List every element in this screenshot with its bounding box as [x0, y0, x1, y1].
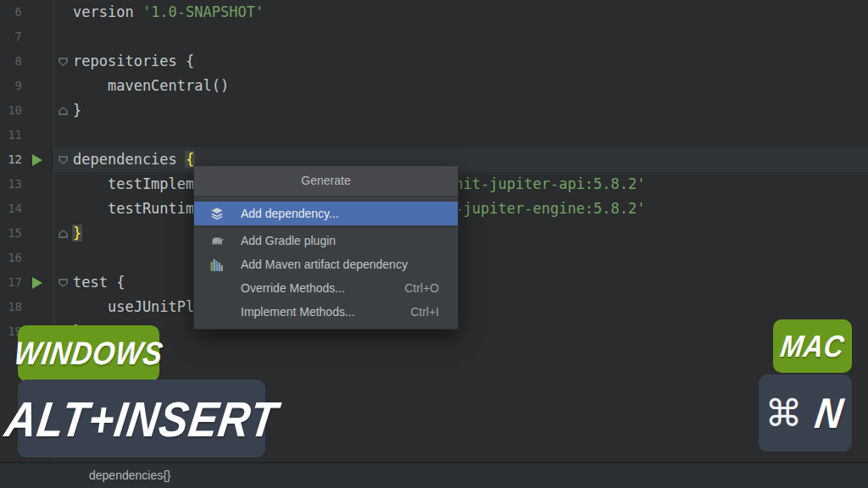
code-token: }	[72, 225, 82, 241]
windows-badge: WINDOWS	[18, 325, 159, 381]
line-number: 10	[0, 98, 22, 123]
menu-item-shortcut: Ctrl+I	[410, 305, 439, 319]
fold-collapsed-icon[interactable]	[58, 230, 68, 238]
code-token: mavenCentral()	[73, 77, 229, 94]
fold-expanded-icon[interactable]	[58, 156, 68, 164]
line-number: 6	[0, 0, 22, 25]
code-token: '1.0-SNAPSHOT'	[142, 3, 264, 20]
icon-spacer	[210, 281, 224, 295]
code-text[interactable]: version '1.0-SNAPSHOT'	[73, 0, 264, 25]
generate-popup: Generate Add dependency...Add Gradle plu…	[193, 165, 459, 330]
line-number: 11	[0, 123, 22, 147]
code-line-7[interactable]: 7	[0, 25, 868, 49]
code-text[interactable]: mavenCentral()	[73, 74, 229, 98]
code-text[interactable]: test {	[73, 270, 125, 295]
menu-item-label: Add dependency...	[241, 207, 339, 220]
code-line-10[interactable]: 10}	[0, 98, 868, 123]
line-number: 8	[0, 49, 22, 74]
menu-item-add-dependency[interactable]: Add dependency...	[194, 202, 458, 225]
line-number: 7	[0, 25, 22, 49]
fold-collapsed-icon[interactable]	[58, 107, 68, 115]
code-text[interactable]: dependencies {	[73, 147, 194, 172]
breadcrumb-item[interactable]: dependencies{}	[89, 463, 171, 488]
code-line-8[interactable]: 8repositories {	[0, 49, 868, 74]
run-gutter-icon[interactable]	[32, 154, 42, 166]
ide-window: 6version '1.0-SNAPSHOT'78repositories {9…	[0, 0, 868, 488]
layers-icon	[210, 207, 224, 220]
menu-item-label: Implement Methods...	[241, 305, 355, 319]
run-gutter-icon[interactable]	[32, 277, 42, 289]
popup-title: Generate	[194, 166, 458, 197]
icon-spacer	[210, 305, 224, 319]
mac-shortcut-key: N	[813, 389, 848, 438]
code-token: version	[73, 3, 142, 20]
breadcrumbs-bar: dependencies{}	[0, 462, 868, 488]
menu-item-shortcut: Ctrl+O	[404, 281, 439, 295]
code-token: repositories {	[73, 53, 194, 69]
menu-item-label: Add Maven artifact dependency	[241, 258, 408, 271]
menu-separator	[194, 225, 458, 229]
code-token: test {	[73, 274, 125, 291]
line-number: 15	[0, 221, 22, 246]
line-number: 17	[0, 270, 22, 295]
windows-shortcut-label: ALT+INSERT	[2, 391, 281, 447]
code-line-11[interactable]: 11	[0, 123, 868, 147]
code-text[interactable]: repositories {	[73, 49, 194, 74]
maven-icon	[210, 258, 224, 271]
line-number: 13	[0, 172, 22, 197]
line-number: 18	[0, 295, 22, 319]
menu-item-label: Add Gradle plugin	[241, 234, 336, 247]
command-key-icon: ⌘	[765, 395, 802, 432]
line-number: 12	[0, 147, 22, 172]
gradle-icon	[210, 234, 224, 247]
fold-expanded-icon[interactable]	[58, 58, 68, 66]
menu-item-override-methods[interactable]: Override Methods...Ctrl+O	[194, 276, 458, 300]
popup-menu: Add dependency...Add Gradle pluginAdd Ma…	[194, 197, 458, 329]
windows-shortcut-badge: ALT+INSERT	[18, 380, 265, 458]
code-line-6[interactable]: 6version '1.0-SNAPSHOT'	[0, 0, 868, 25]
mac-badge: MAC	[773, 319, 852, 373]
code-text[interactable]: }	[73, 221, 81, 246]
windows-badge-label: WINDOWS	[12, 336, 165, 372]
menu-item-label: Override Methods...	[241, 281, 345, 295]
mac-shortcut-badge: ⌘ N	[759, 374, 852, 452]
line-number: 14	[0, 197, 22, 221]
code-token: dependencies	[73, 151, 186, 168]
menu-item-implement-methods[interactable]: Implement Methods...Ctrl+I	[194, 300, 458, 324]
code-line-9[interactable]: 9 mavenCentral()	[0, 74, 868, 98]
code-token: }	[73, 102, 81, 119]
line-number: 9	[0, 74, 22, 98]
fold-expanded-icon[interactable]	[58, 279, 68, 287]
code-text[interactable]: }	[73, 98, 81, 123]
mac-badge-label: MAC	[778, 329, 847, 364]
menu-item-add-gradle-plugin[interactable]: Add Gradle plugin	[194, 229, 458, 252]
line-number: 16	[0, 246, 22, 270]
menu-item-add-maven-artifact-dependency[interactable]: Add Maven artifact dependency	[194, 252, 458, 276]
